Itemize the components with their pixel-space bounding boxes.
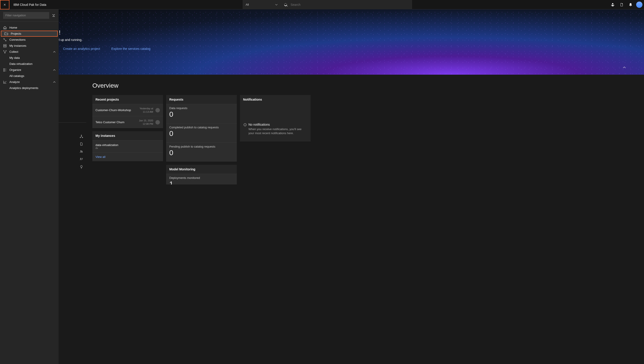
stat-value: 0 <box>169 110 234 118</box>
notifications-card: Notifications No notifications When you … <box>240 95 310 142</box>
sidebar-item-projects[interactable]: Projects <box>1 31 58 37</box>
search-scope-dropdown[interactable]: All <box>242 0 281 10</box>
project-row[interactable]: Customer-Churn-Workshop Yesterday at 11:… <box>92 104 163 116</box>
instance-name: data-virtualization <box>96 143 118 147</box>
document-icon <box>80 142 83 146</box>
sidebar-subitem-data-virtualization[interactable]: Data virtualization <box>0 61 58 67</box>
user-avatar[interactable] <box>635 0 644 10</box>
svg-point-14 <box>80 158 81 159</box>
home-icon <box>3 26 7 30</box>
rail-document-icon[interactable] <box>78 141 84 147</box>
page-title: Overview <box>92 82 644 89</box>
hero-banner <box>0 10 644 75</box>
view-all-link[interactable]: View all <box>92 152 163 161</box>
sidebar-subitem-my-data[interactable]: My data <box>0 55 58 61</box>
notif-empty-desc: When you receive notifications, you'll s… <box>248 127 307 135</box>
search-scope-label: All <box>246 3 249 6</box>
svg-rect-7 <box>4 69 4 70</box>
organize-icon <box>3 68 7 72</box>
sidebar: Home Projects Connections My instances C… <box>0 10 58 364</box>
notifications-button[interactable] <box>626 0 635 10</box>
explore-catalog-link[interactable]: Explore the services catalog <box>111 47 150 50</box>
sidebar-item-label: Analytics deployments <box>10 86 38 90</box>
stat-label: Deployments monitored <box>169 176 234 180</box>
card-header: Model Monitoring <box>166 165 237 174</box>
search-box[interactable] <box>281 0 412 10</box>
team-icon-button[interactable] <box>608 0 617 10</box>
sidebar-item-label: My instances <box>10 44 26 48</box>
close-icon <box>3 3 6 6</box>
stat-value: 0 <box>169 130 234 138</box>
svg-rect-8 <box>4 70 4 71</box>
lightbulb-icon <box>80 165 83 168</box>
svg-point-10 <box>80 137 81 138</box>
menu-close-button[interactable] <box>0 0 10 10</box>
rail-network-icon[interactable] <box>78 133 84 140</box>
sidebar-item-label: Projects <box>11 32 21 35</box>
avatar-icon <box>636 2 642 8</box>
stat-value: 0 <box>169 149 234 157</box>
hero-collapse-button[interactable] <box>623 67 626 68</box>
search-input[interactable] <box>290 3 409 6</box>
document-icon <box>620 3 624 6</box>
sidebar-item-my-instances[interactable]: My instances <box>0 43 58 49</box>
chat-icon <box>80 158 83 161</box>
collapse-all-button[interactable] <box>52 14 56 17</box>
info-icon <box>244 123 247 135</box>
avatar-icon <box>156 120 160 124</box>
hero-subtitle-partial: t up and running. <box>59 38 82 42</box>
sidebar-item-connections[interactable]: Connections <box>0 37 58 43</box>
sidebar-item-label: Home <box>10 26 17 29</box>
card-header: Notifications <box>240 95 310 104</box>
sidebar-subitem-all-catalogs[interactable]: All catalogs <box>0 73 58 79</box>
model-monitoring-card: Model Monitoring Deployments monitored 1 <box>166 165 237 184</box>
collect-icon <box>3 50 7 54</box>
card-header: Requests <box>166 95 237 104</box>
create-project-link[interactable]: Create an analytics project <box>63 47 100 50</box>
stat-deployments-monitored: Deployments monitored 1 <box>166 174 237 184</box>
filter-navigation-input[interactable] <box>3 12 49 19</box>
sidebar-subitem-analytics-deployments[interactable]: Analytics deployments <box>0 85 58 91</box>
network-icon <box>80 134 83 138</box>
svg-point-11 <box>82 137 83 138</box>
stat-value: 1 <box>169 180 234 184</box>
analyze-icon <box>3 80 7 84</box>
main-content: Overview Recent projects Customer-Churn-… <box>86 75 644 364</box>
svg-point-1 <box>5 40 6 41</box>
sidebar-group-analyze[interactable]: Analyze <box>0 79 58 85</box>
instance-row[interactable]: data-virtualization dv <box>92 140 163 152</box>
recent-projects-card: Recent projects Customer-Churn-Workshop … <box>92 95 163 128</box>
svg-point-0 <box>4 38 4 39</box>
sidebar-item-home[interactable]: Home <box>0 24 58 31</box>
rail-chat-icon[interactable] <box>78 156 84 162</box>
rail-idea-icon[interactable] <box>78 164 84 170</box>
sidebar-item-label: My data <box>10 56 20 60</box>
document-icon-button[interactable] <box>617 0 626 10</box>
sidebar-group-organize[interactable]: Organize <box>0 67 58 73</box>
card-header: Recent projects <box>92 95 163 104</box>
divider <box>58 122 86 122</box>
chevron-up-icon <box>623 67 626 68</box>
sidebar-item-label: Analyze <box>10 80 20 84</box>
sidebar-group-collect[interactable]: Collect <box>0 49 58 55</box>
stat-label: Data requests <box>169 106 234 110</box>
stat-label: Pending publish to catalog requests <box>169 145 234 148</box>
quick-actions-rail <box>78 133 84 170</box>
chevron-up-icon <box>53 69 56 71</box>
instance-sub: dv <box>96 147 118 149</box>
chevron-down-icon <box>275 4 278 5</box>
folder-icon <box>4 32 8 36</box>
connections-icon <box>3 38 7 42</box>
chevron-up-icon <box>53 51 56 52</box>
sidebar-item-label: Collect <box>10 50 18 54</box>
requests-card: Requests Data requests 0 Completed publi… <box>166 95 237 162</box>
header: IBM Cloud Pak for Data All <box>0 0 644 10</box>
team-icon <box>611 3 614 6</box>
sidebar-item-label: All catalogs <box>10 74 24 78</box>
brand-title[interactable]: IBM Cloud Pak for Data <box>14 3 46 6</box>
project-name: Customer-Churn-Workshop <box>96 108 131 112</box>
project-row[interactable]: Telco Customer Churn Jun 15, 2020 12:08 … <box>92 116 163 128</box>
stat-label: Completed publish to catalog requests <box>169 126 234 129</box>
rail-users-icon[interactable] <box>78 148 84 155</box>
stat-completed-requests: Completed publish to catalog requests 0 <box>166 123 237 142</box>
